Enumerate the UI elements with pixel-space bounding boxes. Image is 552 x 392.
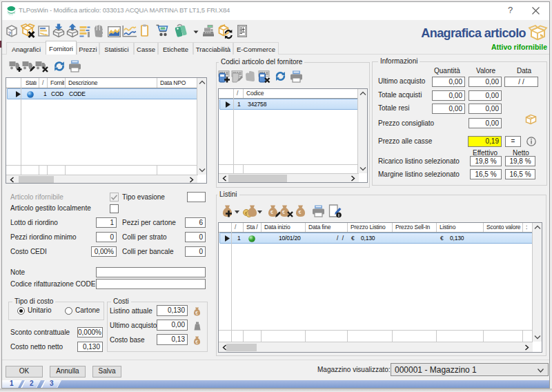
svg-text:€: € <box>299 210 302 215</box>
svg-text:€: € <box>195 340 198 344</box>
svg-text:€: € <box>195 311 198 315</box>
svg-text:?: ? <box>8 30 12 37</box>
svg-text:€: € <box>270 210 273 215</box>
svg-text:€: € <box>282 210 285 215</box>
